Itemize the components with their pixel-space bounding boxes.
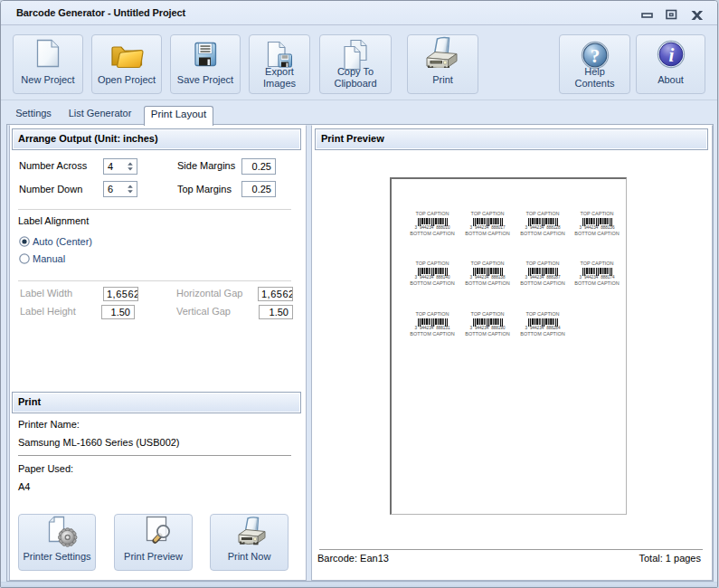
svg-text:?: ? [590, 45, 600, 67]
svg-text:i: i [668, 44, 674, 66]
